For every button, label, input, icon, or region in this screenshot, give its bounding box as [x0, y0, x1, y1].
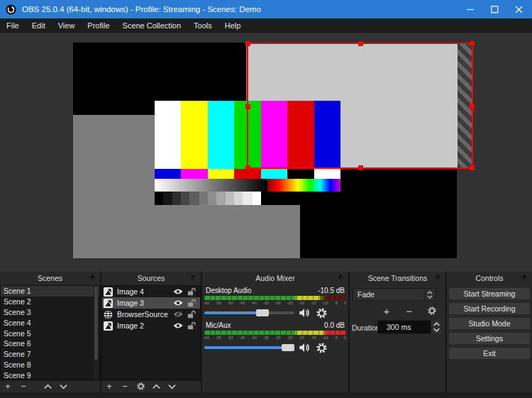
duration-spinner-arrows[interactable]	[431, 320, 441, 334]
lock-open-icon[interactable]	[187, 310, 196, 319]
maximize-button[interactable]	[482, 0, 506, 18]
menu-help[interactable]: Help	[218, 18, 248, 33]
move-source-up-button[interactable]	[148, 382, 164, 391]
scene-list-item[interactable]: Scene 1	[1, 286, 99, 297]
menu-profile[interactable]: Profile	[81, 18, 116, 33]
resize-handle-top-middle[interactable]	[358, 41, 363, 46]
volume-slider-handle[interactable]	[256, 309, 269, 316]
close-button[interactable]	[506, 0, 531, 18]
minimize-button[interactable]	[458, 0, 482, 18]
menu-file[interactable]: File	[0, 18, 26, 33]
channel-name: Mic/Aux	[206, 321, 231, 329]
obs-logo-icon	[6, 4, 16, 15]
speaker-icon[interactable]	[297, 341, 311, 354]
channel-settings-gear-icon[interactable]	[316, 342, 328, 354]
scenes-panel-header: Scenes	[0, 272, 100, 284]
move-source-down-button[interactable]	[164, 382, 179, 391]
pin-icon[interactable]	[88, 274, 96, 282]
pin-icon[interactable]	[189, 274, 196, 282]
exit-button[interactable]: Exit	[449, 348, 530, 359]
pin-icon[interactable]	[433, 274, 441, 282]
lock-open-icon[interactable]	[187, 299, 196, 307]
volume-meter	[204, 296, 345, 300]
scenes-toolbar: + −	[0, 380, 100, 391]
volume-slider[interactable]	[204, 346, 294, 349]
source-list[interactable]: Image 4 Image 3 BrowserSource	[101, 285, 201, 380]
source-list-item[interactable]: BrowserSource	[102, 309, 200, 320]
resize-handle-top-right[interactable]	[470, 41, 475, 46]
resize-handle-middle-right[interactable]	[470, 104, 475, 109]
menu-edit[interactable]: Edit	[26, 18, 52, 33]
scene-list-item[interactable]: Scene 5	[1, 328, 99, 339]
window-title: OBS 25.0.4 (64-bit, windows) - Profile: …	[22, 5, 261, 13]
sources-panel: Sources Image 4 Image 3 B	[101, 272, 201, 392]
remove-source-button[interactable]: −	[117, 382, 133, 391]
scene-list-item[interactable]: Scene 3	[1, 307, 99, 318]
scene-list-item[interactable]: Scene 2	[1, 297, 99, 307]
preview-area[interactable]	[0, 33, 532, 272]
volume-meter	[204, 331, 345, 335]
sources-panel-header: Sources	[101, 272, 201, 284]
transition-properties-gear-button[interactable]	[424, 306, 440, 316]
audio-mixer-panel: Audio Mixer Desktop Audio -10.5 dB -60-5…	[202, 272, 348, 392]
scene-list[interactable]: Scene 1 Scene 2 Scene 3 Scene 4 Scene 5 …	[0, 285, 100, 380]
scene-canvas[interactable]	[73, 43, 457, 258]
visibility-eye-icon[interactable]	[173, 299, 183, 307]
lock-open-icon[interactable]	[187, 321, 196, 330]
add-scene-button[interactable]: +	[0, 382, 16, 391]
scene-list-item[interactable]: Scene 6	[1, 338, 99, 349]
resize-handle-middle-left[interactable]	[245, 104, 250, 109]
lock-open-icon[interactable]	[187, 287, 196, 296]
dock-area: Scenes Scene 1 Scene 2 Scene 3 Scene 4 S…	[0, 272, 532, 392]
menu-tools[interactable]: Tools	[187, 18, 218, 33]
settings-button[interactable]: Settings	[449, 333, 530, 344]
start-recording-button[interactable]: Start Recording	[449, 303, 530, 314]
menu-view[interactable]: View	[52, 18, 82, 33]
scene-list-item[interactable]: Scene 8	[1, 360, 99, 370]
image-source-icon	[104, 321, 113, 331]
add-transition-button[interactable]: +	[379, 306, 394, 316]
transition-selected-value: Fade	[353, 290, 424, 299]
resize-handle-bottom-right[interactable]	[470, 165, 475, 170]
scene-list-item[interactable]: Scene 9	[1, 370, 99, 380]
controls-title: Controls	[475, 274, 503, 282]
remove-transition-button[interactable]: −	[401, 306, 417, 316]
start-streaming-button[interactable]: Start Streaming	[449, 288, 530, 299]
transition-select[interactable]: Fade	[353, 288, 436, 301]
image-source-icon	[104, 287, 113, 297]
title-bar[interactable]: OBS 25.0.4 (64-bit, windows) - Profile: …	[0, 0, 532, 18]
testcard-black-block	[261, 192, 340, 205]
resize-handle-bottom-left[interactable]	[245, 165, 250, 170]
source-properties-gear-button[interactable]	[133, 381, 148, 391]
remove-scene-button[interactable]: −	[16, 382, 31, 391]
controls-panel: Controls Start Streaming Start Recording…	[447, 272, 532, 392]
scene-list-item[interactable]: Scene 4	[1, 318, 99, 328]
channel-db-value: -10.5 dB	[318, 287, 345, 294]
pin-icon[interactable]	[520, 274, 528, 282]
channel-settings-gear-icon[interactable]	[316, 307, 328, 319]
resize-handle-top-left[interactable]	[245, 41, 250, 46]
add-source-button[interactable]: +	[101, 382, 117, 391]
source-list-item[interactable]: Image 2	[102, 320, 200, 331]
scene-list-item[interactable]: Scene 7	[1, 349, 99, 360]
source-list-item-selected[interactable]: Image 3	[102, 297, 200, 309]
visibility-eye-icon[interactable]	[173, 321, 183, 330]
move-scene-up-button[interactable]	[40, 382, 55, 391]
visibility-eye-slash-icon[interactable]	[173, 310, 183, 319]
transition-select-spinner[interactable]	[424, 289, 435, 300]
scene-list-scrollbar[interactable]	[94, 287, 99, 380]
menu-scene-collection[interactable]: Scene Collection	[116, 18, 188, 33]
move-scene-down-button[interactable]	[55, 382, 71, 391]
volume-slider-handle[interactable]	[282, 344, 294, 351]
speaker-icon[interactable]	[297, 306, 311, 319]
browser-source-globe-icon	[104, 310, 113, 319]
duration-spinbox[interactable]: 300 ms	[377, 320, 431, 334]
pin-icon[interactable]	[336, 274, 344, 282]
resize-handle-bottom-middle[interactable]	[358, 165, 363, 170]
source-list-item[interactable]: Image 4	[102, 286, 200, 297]
visibility-eye-icon[interactable]	[173, 287, 183, 296]
volume-slider[interactable]	[204, 311, 294, 314]
selection-bounding-box[interactable]	[247, 43, 473, 169]
studio-mode-button[interactable]: Studio Mode	[449, 318, 530, 329]
scene-transitions-panel: Scene Transitions Fade + − Duration 300 …	[350, 272, 445, 392]
